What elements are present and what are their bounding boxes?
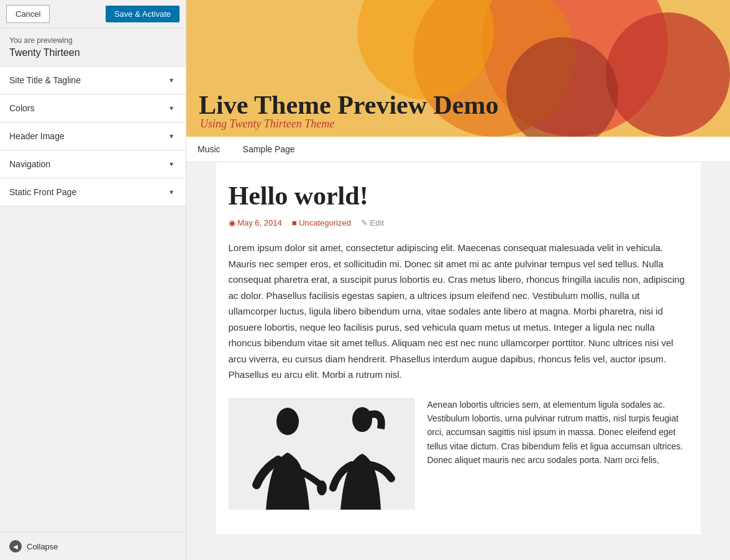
sidebar-section-header-image[interactable]: Header Image▾ bbox=[0, 122, 186, 150]
post-category: ■ Uncategorized bbox=[292, 218, 351, 227]
post-figure: Aenean lobortis ultricies sem, at elemen… bbox=[229, 398, 688, 510]
svg-point-1 bbox=[317, 480, 327, 495]
sidebar-section-static-front-page[interactable]: Static Front Page▾ bbox=[0, 178, 186, 206]
customizer-sidebar: Cancel Save & Activate You are previewin… bbox=[0, 0, 186, 560]
post-date: ◉ May 6, 2014 bbox=[229, 218, 282, 227]
preview-navigation: Music Sample Page bbox=[186, 137, 730, 162]
cancel-button[interactable]: Cancel bbox=[6, 5, 50, 23]
svg-point-2 bbox=[352, 407, 372, 432]
clock-icon: ◉ bbox=[229, 218, 238, 227]
chevron-down-icon-site-title-tagline: ▾ bbox=[167, 75, 176, 85]
collapse-label: Collapse bbox=[27, 542, 58, 551]
post-meta: ◉ May 6, 2014 ■ Uncategorized ✎ Edit bbox=[229, 218, 688, 227]
post-figure-caption: Aenean lobortis ultricies sem, at elemen… bbox=[427, 398, 688, 467]
sidebar-section-label-colors: Colors bbox=[9, 103, 34, 113]
collapse-button[interactable]: ◀ Collapse bbox=[0, 532, 186, 560]
chevron-down-icon-colors: ▾ bbox=[167, 103, 176, 113]
svg-point-0 bbox=[276, 408, 299, 435]
collapse-arrow-icon: ◀ bbox=[9, 540, 22, 553]
preview-tagline: Using Twenty Thirteen Theme bbox=[200, 117, 334, 131]
sidebar-section-site-title-tagline[interactable]: Site Title & Tagline▾ bbox=[0, 67, 186, 94]
silhouette-svg bbox=[229, 398, 415, 510]
sidebar-section-label-navigation: Navigation bbox=[9, 159, 50, 169]
post-category-value: Uncategorized bbox=[299, 218, 351, 227]
nav-link-music[interactable]: Music bbox=[186, 137, 232, 162]
tag-icon: ■ bbox=[292, 218, 299, 227]
preview-label: You are previewing bbox=[0, 29, 186, 46]
post-title: Hello world! bbox=[229, 181, 688, 211]
sidebar-header: Cancel Save & Activate bbox=[0, 0, 186, 29]
post-date-value: May 6, 2014 bbox=[237, 218, 282, 227]
sidebar-section-label-site-title-tagline: Site Title & Tagline bbox=[9, 75, 81, 85]
preview-site-title: Live Theme Preview Demo bbox=[199, 92, 499, 118]
post-edit-link[interactable]: ✎ Edit bbox=[361, 218, 384, 227]
preview-content: Hello world! ◉ May 6, 2014 ■ Uncategoriz… bbox=[216, 162, 701, 535]
theme-preview: Live Theme Preview Demo Using Twenty Thi… bbox=[186, 0, 730, 560]
theme-name: Twenty Thirteen bbox=[0, 46, 186, 67]
preview-hero: Live Theme Preview Demo Using Twenty Thi… bbox=[186, 0, 730, 137]
post-figure-image bbox=[229, 398, 415, 510]
sidebar-section-colors[interactable]: Colors▾ bbox=[0, 94, 186, 122]
post-edit-label: Edit bbox=[370, 218, 384, 227]
sidebar-section-label-header-image: Header Image bbox=[9, 131, 65, 141]
customizer-sections: Site Title & Tagline▾Colors▾Header Image… bbox=[0, 67, 186, 206]
sidebar-section-navigation[interactable]: Navigation▾ bbox=[0, 150, 186, 178]
save-activate-button[interactable]: Save & Activate bbox=[106, 6, 180, 22]
nav-link-sample[interactable]: Sample Page bbox=[232, 137, 306, 162]
hero-circle-3 bbox=[606, 12, 730, 137]
post-body-text: Lorem ipsum dolor sit amet, consectetur … bbox=[229, 240, 688, 383]
sidebar-section-label-static-front-page: Static Front Page bbox=[9, 187, 76, 197]
chevron-down-icon-static-front-page: ▾ bbox=[167, 187, 176, 197]
chevron-down-icon-header-image: ▾ bbox=[167, 131, 176, 141]
chevron-down-icon-navigation: ▾ bbox=[167, 159, 176, 169]
edit-icon: ✎ bbox=[361, 218, 370, 227]
